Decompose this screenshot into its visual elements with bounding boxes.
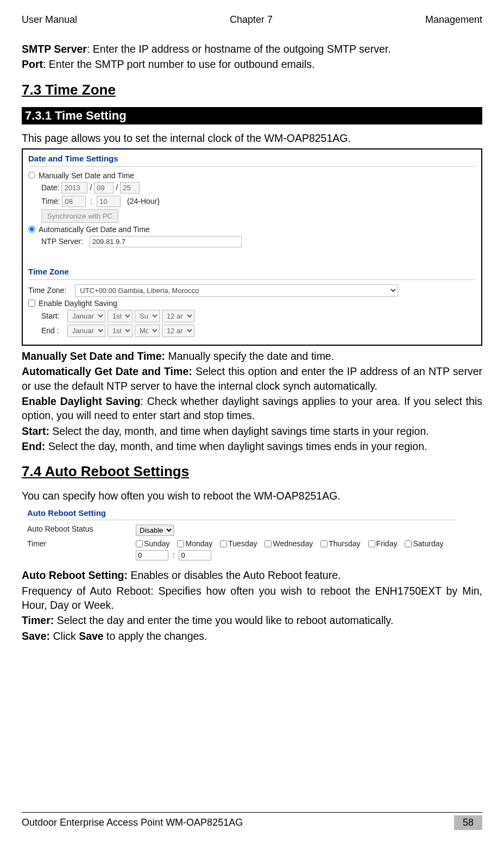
autoreboot-lead: You can specify how often you wish to re… bbox=[22, 489, 482, 503]
t: Manually specify the date and time. bbox=[165, 350, 334, 362]
b: Manually Set Date and Time: bbox=[22, 350, 165, 362]
ar-timer-label: Timer bbox=[27, 539, 136, 548]
hdr-right: Management bbox=[425, 14, 482, 26]
tz-legend: Time Zone bbox=[28, 267, 476, 276]
ar-days-row: Sunday Monday Tuesday Wednesday Thursday… bbox=[136, 539, 482, 548]
day-label: Friday bbox=[376, 539, 398, 548]
heading-7-3: 7.3 Time Zone bbox=[22, 82, 482, 98]
sync-pc-button[interactable]: Synchronize with PC bbox=[41, 209, 118, 223]
date-label: Date: bbox=[41, 183, 59, 192]
port-line: Port: Enter the SMTP port number to use … bbox=[22, 57, 482, 71]
radio-manual[interactable] bbox=[28, 172, 35, 179]
dst-end-label: End : bbox=[41, 326, 65, 335]
radio-auto[interactable] bbox=[28, 226, 35, 233]
time-suffix: (24-Hour) bbox=[127, 197, 160, 205]
dst-label: Enable Daylight Saving bbox=[39, 299, 117, 308]
time-min[interactable] bbox=[97, 196, 121, 207]
dst-end-month[interactable]: January bbox=[67, 325, 105, 337]
day-sun-checkbox[interactable] bbox=[136, 540, 143, 547]
page-number: 58 bbox=[454, 815, 482, 830]
def-end: End: Select the day, month, and time whe… bbox=[22, 439, 482, 453]
ar-status-select[interactable]: Disable bbox=[136, 525, 174, 536]
ar-legend: Auto Reboot Setting bbox=[27, 508, 482, 517]
time-hour[interactable] bbox=[62, 196, 86, 207]
day-mon-checkbox[interactable] bbox=[177, 540, 184, 547]
date-day[interactable] bbox=[120, 182, 140, 194]
day-sat-checkbox[interactable] bbox=[405, 540, 412, 547]
t: Click bbox=[50, 630, 79, 642]
t: Select the day, month, and time when day… bbox=[49, 425, 429, 437]
time-label: Time: bbox=[41, 197, 60, 205]
b: End: bbox=[22, 440, 45, 452]
def-manual: Manually Set Date and Time: Manually spe… bbox=[22, 349, 482, 363]
smtp-text: : Enter the IP address or hostname of th… bbox=[87, 43, 391, 55]
t: Select the day, month, and time when day… bbox=[45, 440, 427, 452]
port-text: : Enter the SMTP port number to use for … bbox=[43, 58, 314, 70]
day-wed-checkbox[interactable] bbox=[264, 540, 272, 547]
date-month[interactable] bbox=[94, 182, 114, 194]
ar-status-label: Auto Reboot Status bbox=[27, 525, 136, 533]
b: Start: bbox=[22, 425, 49, 437]
manual-label: Manually Set Date and Time bbox=[39, 171, 134, 180]
smtp-line: SMTP Server: Enter the IP address or hos… bbox=[22, 42, 482, 56]
t2: to apply the changes. bbox=[104, 630, 207, 642]
def-freq: Frequency of Auto Reboot: Specifies how … bbox=[22, 584, 482, 613]
autoreboot-screenshot: Auto Reboot Setting Auto Reboot Status D… bbox=[27, 508, 482, 560]
tz-label: Time Zone: bbox=[28, 286, 66, 295]
dst-checkbox[interactable] bbox=[28, 300, 35, 307]
timezone-select[interactable]: UTC+00:00 Gambia, Liberia, Morocco bbox=[75, 284, 398, 297]
auto-label: Automatically Get Date and Time bbox=[39, 225, 150, 234]
dst-start-label: Start: bbox=[41, 311, 65, 320]
date-year[interactable] bbox=[61, 182, 87, 194]
page-header: User Manual Chapter 7 Management bbox=[22, 14, 482, 26]
def-auto: Automatically Get Date and Time: Select … bbox=[22, 364, 482, 393]
ntp-label: NTP Server: bbox=[41, 237, 83, 246]
divider bbox=[27, 520, 456, 520]
heading-7-4: 7.4 Auto Reboot Settings bbox=[22, 463, 482, 480]
dst-end-hour[interactable]: 12 am bbox=[162, 325, 194, 337]
def-start: Start: Select the day, month, and time w… bbox=[22, 424, 482, 438]
dt-legend: Date and Time Settings bbox=[28, 154, 476, 163]
dst-end-week[interactable]: 1st bbox=[108, 325, 133, 337]
dst-start-week[interactable]: 1st bbox=[108, 310, 133, 322]
b: Enable Daylight Saving bbox=[22, 395, 140, 407]
t: Enables or disables the Auto Reboot feat… bbox=[128, 569, 341, 581]
divider bbox=[28, 279, 476, 280]
day-thu-checkbox[interactable] bbox=[320, 540, 327, 547]
dst-start-day[interactable]: Sun bbox=[135, 310, 160, 322]
def-ars: Auto Reboot Setting: Enables or disables… bbox=[22, 568, 482, 582]
ar-hour-input[interactable] bbox=[136, 550, 168, 560]
b: Automatically Get Date and Time: bbox=[22, 365, 192, 377]
heading-7-3-1: 7.3.1 Time Setting bbox=[22, 107, 482, 124]
day-label: Thursday bbox=[329, 539, 360, 548]
t: Select the day and enter the time you wo… bbox=[54, 614, 393, 626]
day-tue-checkbox[interactable] bbox=[220, 540, 227, 547]
day-label: Sunday bbox=[144, 539, 169, 548]
dst-start-month[interactable]: January bbox=[67, 310, 105, 322]
page-footer: Outdoor Enterprise Access Point WM-OAP82… bbox=[22, 812, 482, 830]
datetime-settings-screenshot: Date and Time Settings Manually Set Date… bbox=[22, 148, 482, 346]
day-fri-checkbox[interactable] bbox=[368, 540, 375, 547]
divider bbox=[28, 166, 476, 167]
b: Timer: bbox=[22, 614, 54, 626]
b2: Save bbox=[79, 630, 104, 642]
ar-min-input[interactable] bbox=[179, 550, 211, 560]
hdr-center: Chapter 7 bbox=[230, 14, 273, 26]
day-label: Monday bbox=[185, 539, 212, 548]
footer-left: Outdoor Enterprise Access Point WM-OAP82… bbox=[22, 817, 243, 828]
time-setting-lead: This page allows you to set the internal… bbox=[22, 131, 482, 145]
def-timer: Timer: Select the day and enter the time… bbox=[22, 613, 482, 627]
b: Auto Reboot Setting: bbox=[22, 569, 128, 581]
day-label: Tuesday bbox=[228, 539, 257, 548]
ntp-server-input[interactable] bbox=[90, 236, 242, 247]
day-label: Wednesday bbox=[273, 539, 313, 548]
def-dst: Enable Daylight Saving: Check whether da… bbox=[22, 394, 482, 423]
port-label: Port bbox=[22, 58, 43, 70]
b: Save: bbox=[22, 630, 50, 642]
dst-end-day[interactable]: Mon bbox=[135, 325, 160, 337]
smtp-label: SMTP Server bbox=[22, 43, 87, 55]
def-save: Save: Click Save to apply the changes. bbox=[22, 629, 482, 643]
hdr-left: User Manual bbox=[22, 14, 77, 26]
dst-start-hour[interactable]: 12 am bbox=[162, 310, 194, 322]
day-label: Saturday bbox=[413, 539, 443, 548]
